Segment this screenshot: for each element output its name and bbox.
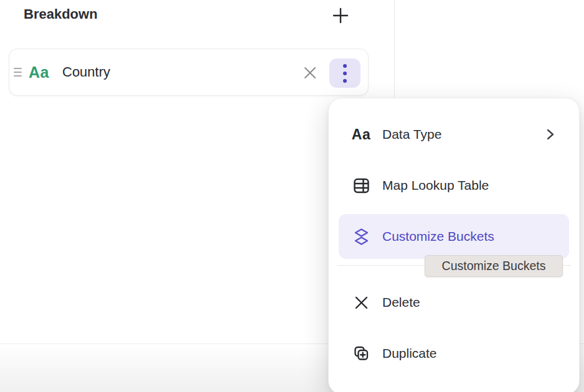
plus-icon	[332, 7, 349, 24]
x-icon	[349, 295, 373, 310]
kebab-menu-icon	[343, 64, 347, 83]
text-type-icon: Aa	[349, 126, 373, 143]
field-context-menu: Aa Data Type Map Lookup Table	[328, 98, 580, 392]
stack-icon	[349, 228, 373, 246]
menu-item-label: Data Type	[382, 127, 441, 142]
chevron-right-icon	[545, 128, 555, 141]
menu-item-label: Map Lookup Table	[382, 178, 489, 193]
menu-item-duplicate[interactable]: Duplicate	[339, 331, 569, 376]
add-breakdown-button[interactable]	[331, 6, 351, 26]
menu-item-label: Customize Buckets	[382, 229, 494, 244]
menu-item-customize-buckets[interactable]: Customize Buckets	[339, 214, 569, 259]
menu-item-map-lookup-table[interactable]: Map Lookup Table	[339, 163, 569, 208]
remove-field-button[interactable]	[301, 64, 319, 82]
field-name-label: Country	[62, 64, 110, 80]
page-title: Breakdown	[24, 6, 98, 22]
menu-item-label: Duplicate	[382, 346, 437, 361]
field-type-badge: Aa	[29, 63, 49, 82]
close-icon	[303, 65, 318, 80]
copy-plus-icon	[349, 345, 373, 362]
menu-item-label: Delete	[382, 295, 420, 310]
screen: Breakdown Aa Country Aa Data Type	[0, 0, 584, 392]
breakdown-field-card[interactable]: Aa Country	[9, 49, 369, 96]
field-more-options-button[interactable]	[329, 58, 360, 88]
customize-buckets-tooltip: Customize Buckets	[425, 255, 563, 277]
menu-item-data-type[interactable]: Aa Data Type	[339, 112, 569, 157]
table-icon	[349, 177, 373, 194]
drag-handle-icon[interactable]	[14, 68, 22, 77]
menu-item-delete[interactable]: Delete	[339, 280, 569, 325]
